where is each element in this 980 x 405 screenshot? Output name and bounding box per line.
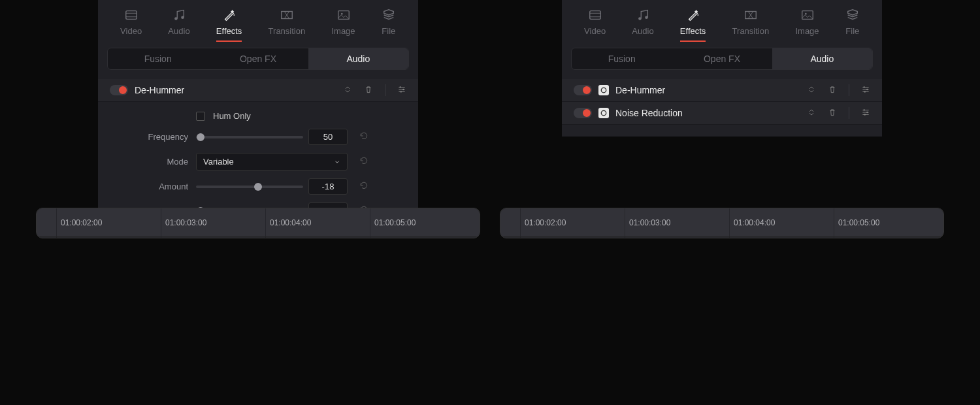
- reset-icon[interactable]: [355, 131, 372, 142]
- wand-icon: [686, 8, 700, 22]
- ruler-tick: 01:00:04:00: [265, 208, 311, 236]
- effect-enable-toggle[interactable]: [574, 108, 592, 118]
- ruler-tick: 01:00:05:00: [370, 208, 416, 236]
- video-icon: [124, 8, 139, 22]
- inspector-tabs: Video Audio Effects Transition Image: [98, 0, 418, 41]
- svg-point-126: [645, 16, 648, 19]
- reset-icon[interactable]: [355, 156, 372, 167]
- subtab-openfx[interactable]: Open FX: [208, 48, 308, 69]
- subtab-audio[interactable]: Audio: [308, 48, 408, 69]
- tab-video[interactable]: Video: [579, 5, 611, 41]
- ruler-tick: 01:00:02:00: [56, 208, 102, 236]
- svg-point-8: [340, 13, 342, 15]
- inspector-tabs: Video Audio Effects Transition Image: [562, 0, 882, 41]
- ruler-tick: 01:00:05:00: [834, 208, 879, 236]
- track-area[interactable]: fx Audio.mov: [37, 237, 480, 238]
- timeline[interactable]: 01:00:02:00 01:00:03:00 01:00:04:00 01:0…: [36, 208, 480, 238]
- svg-point-127: [697, 14, 698, 16]
- effect-dehummer-row[interactable]: De-Hummer: [562, 79, 882, 102]
- tab-transition[interactable]: Transition: [727, 5, 775, 41]
- file-icon: [845, 8, 860, 22]
- file-icon: [382, 8, 396, 22]
- svg-point-10: [402, 88, 404, 89]
- effect-parameters: Hum Only Frequency 50 Mode Variable: [98, 102, 418, 219]
- svg-point-131: [601, 88, 606, 93]
- tab-audio[interactable]: Audio: [163, 5, 195, 41]
- hum-only-checkbox[interactable]: [196, 112, 205, 121]
- sliders-icon[interactable]: [397, 85, 406, 96]
- ruler-tick: 01:00:03:00: [625, 208, 670, 236]
- amount-slider[interactable]: [196, 186, 303, 188]
- amount-value[interactable]: -18: [308, 178, 348, 195]
- svg-point-5: [233, 14, 235, 16]
- svg-rect-122: [589, 11, 600, 20]
- tab-transition[interactable]: Transition: [263, 5, 311, 41]
- timeline-ruler[interactable]: 01:00:02:00 01:00:03:00 01:00:04:00 01:0…: [37, 208, 480, 237]
- tab-effects[interactable]: Effects: [211, 5, 248, 41]
- chevron-down-icon: [334, 159, 340, 165]
- effect-enable-toggle[interactable]: [574, 85, 592, 95]
- image-icon: [336, 8, 351, 22]
- effect-enable-toggle[interactable]: [110, 85, 128, 95]
- sliders-icon[interactable]: [861, 85, 870, 96]
- frequency-value[interactable]: 50: [308, 129, 348, 145]
- svg-point-132: [864, 86, 865, 88]
- tab-video[interactable]: Video: [115, 5, 147, 41]
- svg-point-136: [864, 109, 865, 110]
- svg-point-9: [400, 86, 401, 88]
- tab-image[interactable]: Image: [326, 5, 360, 41]
- svg-point-4: [181, 16, 184, 19]
- effect-noisereduction-row[interactable]: Noise Reduction: [562, 102, 882, 125]
- svg-point-137: [866, 111, 868, 112]
- svg-point-133: [866, 88, 868, 89]
- video-icon: [588, 8, 602, 22]
- fairlight-fx-icon: [598, 108, 609, 118]
- timeline[interactable]: 01:00:02:00 01:00:03:00 01:00:04:00 01:0…: [500, 208, 944, 238]
- timeline-ruler[interactable]: 01:00:02:00 01:00:03:00 01:00:04:00 01:0…: [500, 208, 943, 237]
- svg-rect-0: [125, 11, 137, 20]
- tab-image[interactable]: Image: [790, 5, 824, 41]
- effect-name: De-Hummer: [615, 85, 800, 95]
- trash-icon[interactable]: [364, 85, 373, 96]
- tab-effects[interactable]: Effects: [675, 5, 711, 41]
- mode-dropdown[interactable]: Variable: [196, 153, 348, 170]
- image-icon: [800, 8, 815, 22]
- svg-point-130: [804, 13, 806, 15]
- music-icon: [172, 8, 186, 22]
- effect-category-tabs: Fusion Open FX Audio: [571, 48, 873, 70]
- transition-icon: [743, 8, 758, 22]
- subtab-fusion[interactable]: Fusion: [108, 48, 208, 69]
- effect-name: Noise Reduction: [615, 108, 800, 118]
- tab-file[interactable]: File: [376, 5, 401, 41]
- mode-label: Mode: [110, 157, 188, 167]
- hum-only-label: Hum Only: [213, 111, 251, 121]
- reorder-icon[interactable]: [807, 108, 816, 119]
- effect-name: De-Hummer: [135, 85, 336, 95]
- music-icon: [636, 8, 650, 22]
- svg-point-125: [638, 17, 642, 20]
- track-area[interactable]: fx Audio.mov: [500, 237, 943, 238]
- trash-icon[interactable]: [828, 85, 837, 96]
- frequency-slider[interactable]: [196, 136, 303, 138]
- subtab-openfx[interactable]: Open FX: [672, 48, 772, 69]
- sliders-icon[interactable]: [861, 108, 870, 119]
- trash-icon[interactable]: [828, 108, 837, 119]
- tab-audio[interactable]: Audio: [627, 5, 659, 41]
- ruler-tick: 01:00:02:00: [520, 208, 566, 236]
- fairlight-fx-icon: [598, 85, 609, 95]
- reorder-icon[interactable]: [807, 85, 816, 96]
- svg-point-134: [864, 91, 866, 92]
- subtab-audio[interactable]: Audio: [772, 48, 872, 69]
- svg-point-3: [174, 17, 178, 20]
- tab-file[interactable]: File: [840, 5, 865, 41]
- svg-point-135: [601, 110, 606, 116]
- ruler-tick: 01:00:04:00: [729, 208, 775, 236]
- frequency-label: Frequency: [110, 132, 188, 142]
- effect-category-tabs: Fusion Open FX Audio: [107, 48, 409, 70]
- reset-icon[interactable]: [355, 181, 372, 192]
- reorder-icon[interactable]: [343, 85, 352, 96]
- svg-point-138: [864, 114, 866, 115]
- wand-icon: [222, 8, 237, 22]
- subtab-fusion[interactable]: Fusion: [572, 48, 672, 69]
- effect-dehummer-row[interactable]: De-Hummer: [98, 79, 418, 102]
